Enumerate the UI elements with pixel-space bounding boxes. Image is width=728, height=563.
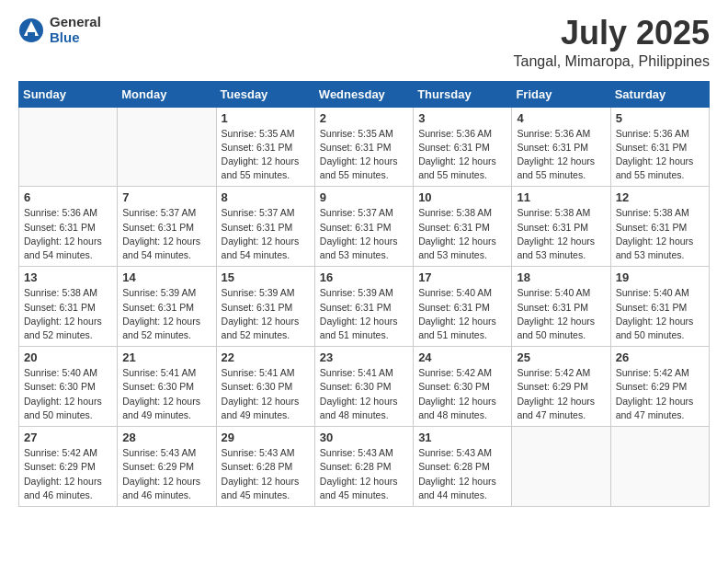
day-info: Sunrise: 5:40 AM Sunset: 6:31 PM Dayligh… — [517, 286, 605, 342]
day-info: Sunrise: 5:38 AM Sunset: 6:31 PM Dayligh… — [24, 286, 112, 342]
day-number: 22 — [222, 350, 310, 364]
calendar-header-monday: Monday — [118, 81, 216, 107]
day-info: Sunrise: 5:36 AM Sunset: 6:31 PM Dayligh… — [24, 206, 112, 262]
page-header: General Blue July 2025 Tangal, Mimaropa,… — [18, 15, 710, 70]
day-info: Sunrise: 5:36 AM Sunset: 6:31 PM Dayligh… — [418, 127, 506, 183]
calendar-cell: 13Sunrise: 5:38 AM Sunset: 6:31 PM Dayli… — [19, 267, 118, 347]
calendar-cell: 6Sunrise: 5:36 AM Sunset: 6:31 PM Daylig… — [19, 187, 118, 267]
day-number: 15 — [222, 270, 310, 284]
day-info: Sunrise: 5:42 AM Sunset: 6:29 PM Dayligh… — [517, 366, 605, 422]
calendar-cell — [118, 107, 216, 187]
calendar-cell: 3Sunrise: 5:36 AM Sunset: 6:31 PM Daylig… — [414, 107, 512, 187]
calendar-week-2: 6Sunrise: 5:36 AM Sunset: 6:31 PM Daylig… — [19, 187, 710, 267]
calendar-header-row: SundayMondayTuesdayWednesdayThursdayFrid… — [19, 81, 710, 107]
calendar-cell: 15Sunrise: 5:39 AM Sunset: 6:31 PM Dayli… — [216, 267, 314, 347]
day-info: Sunrise: 5:38 AM Sunset: 6:31 PM Dayligh… — [418, 206, 506, 262]
calendar-cell — [610, 427, 709, 507]
calendar-cell: 25Sunrise: 5:42 AM Sunset: 6:29 PM Dayli… — [512, 347, 610, 427]
day-info: Sunrise: 5:37 AM Sunset: 6:31 PM Dayligh… — [222, 206, 310, 262]
month-title: July 2025 — [514, 15, 710, 52]
day-number: 20 — [24, 350, 112, 364]
day-number: 24 — [418, 350, 506, 364]
day-number: 16 — [320, 270, 408, 284]
day-number: 17 — [418, 270, 506, 284]
day-number: 18 — [517, 270, 605, 284]
day-number: 28 — [122, 431, 210, 444]
calendar-cell — [19, 107, 118, 187]
calendar-cell: 4Sunrise: 5:36 AM Sunset: 6:31 PM Daylig… — [512, 107, 610, 187]
calendar-week-4: 20Sunrise: 5:40 AM Sunset: 6:30 PM Dayli… — [19, 347, 710, 427]
calendar-cell: 28Sunrise: 5:43 AM Sunset: 6:29 PM Dayli… — [118, 427, 216, 507]
calendar-cell: 9Sunrise: 5:37 AM Sunset: 6:31 PM Daylig… — [314, 187, 413, 267]
calendar-cell: 22Sunrise: 5:41 AM Sunset: 6:30 PM Dayli… — [216, 347, 314, 427]
day-info: Sunrise: 5:36 AM Sunset: 6:31 PM Dayligh… — [517, 127, 605, 183]
day-number: 1 — [222, 111, 310, 125]
day-info: Sunrise: 5:43 AM Sunset: 6:28 PM Dayligh… — [222, 446, 310, 502]
logo-icon — [18, 17, 44, 43]
day-info: Sunrise: 5:40 AM Sunset: 6:31 PM Dayligh… — [418, 286, 506, 342]
day-number: 3 — [418, 111, 506, 125]
calendar-cell: 16Sunrise: 5:39 AM Sunset: 6:31 PM Dayli… — [314, 267, 413, 347]
calendar-cell: 5Sunrise: 5:36 AM Sunset: 6:31 PM Daylig… — [610, 107, 709, 187]
day-number: 14 — [122, 270, 210, 284]
day-number: 12 — [616, 190, 704, 204]
day-info: Sunrise: 5:43 AM Sunset: 6:28 PM Dayligh… — [320, 446, 408, 502]
logo: General Blue — [18, 15, 101, 45]
calendar-cell: 20Sunrise: 5:40 AM Sunset: 6:30 PM Dayli… — [19, 347, 118, 427]
day-number: 4 — [517, 111, 605, 125]
day-info: Sunrise: 5:40 AM Sunset: 6:31 PM Dayligh… — [616, 286, 704, 342]
calendar-week-5: 27Sunrise: 5:42 AM Sunset: 6:29 PM Dayli… — [19, 427, 710, 507]
calendar-cell: 18Sunrise: 5:40 AM Sunset: 6:31 PM Dayli… — [512, 267, 610, 347]
day-info: Sunrise: 5:35 AM Sunset: 6:31 PM Dayligh… — [320, 127, 408, 183]
day-number: 25 — [517, 350, 605, 364]
day-number: 7 — [122, 190, 210, 204]
day-number: 31 — [418, 431, 506, 444]
svg-rect-2 — [28, 32, 35, 36]
day-number: 11 — [517, 190, 605, 204]
day-info: Sunrise: 5:42 AM Sunset: 6:29 PM Dayligh… — [24, 446, 112, 502]
day-number: 26 — [616, 350, 704, 364]
day-info: Sunrise: 5:42 AM Sunset: 6:29 PM Dayligh… — [616, 366, 704, 422]
day-number: 9 — [320, 190, 408, 204]
calendar-header-sunday: Sunday — [19, 81, 118, 107]
calendar-header-tuesday: Tuesday — [216, 81, 314, 107]
day-info: Sunrise: 5:37 AM Sunset: 6:31 PM Dayligh… — [320, 206, 408, 262]
calendar-cell: 26Sunrise: 5:42 AM Sunset: 6:29 PM Dayli… — [610, 347, 709, 427]
day-info: Sunrise: 5:39 AM Sunset: 6:31 PM Dayligh… — [320, 286, 408, 342]
calendar-cell: 2Sunrise: 5:35 AM Sunset: 6:31 PM Daylig… — [314, 107, 413, 187]
day-info: Sunrise: 5:38 AM Sunset: 6:31 PM Dayligh… — [616, 206, 704, 262]
calendar-cell: 23Sunrise: 5:41 AM Sunset: 6:30 PM Dayli… — [314, 347, 413, 427]
day-number: 23 — [320, 350, 408, 364]
calendar-cell: 29Sunrise: 5:43 AM Sunset: 6:28 PM Dayli… — [216, 427, 314, 507]
title-block: July 2025 Tangal, Mimaropa, Philippines — [514, 15, 710, 70]
logo-text: General Blue — [50, 15, 101, 45]
day-info: Sunrise: 5:39 AM Sunset: 6:31 PM Dayligh… — [222, 286, 310, 342]
day-number: 30 — [320, 431, 408, 444]
calendar-cell: 12Sunrise: 5:38 AM Sunset: 6:31 PM Dayli… — [610, 187, 709, 267]
calendar-cell: 21Sunrise: 5:41 AM Sunset: 6:30 PM Dayli… — [118, 347, 216, 427]
calendar-week-1: 1Sunrise: 5:35 AM Sunset: 6:31 PM Daylig… — [19, 107, 710, 187]
day-number: 19 — [616, 270, 704, 284]
calendar-cell: 1Sunrise: 5:35 AM Sunset: 6:31 PM Daylig… — [216, 107, 314, 187]
calendar-cell — [512, 427, 610, 507]
day-number: 29 — [222, 431, 310, 444]
calendar-header-wednesday: Wednesday — [314, 81, 413, 107]
day-info: Sunrise: 5:43 AM Sunset: 6:29 PM Dayligh… — [122, 446, 210, 502]
day-info: Sunrise: 5:41 AM Sunset: 6:30 PM Dayligh… — [222, 366, 310, 422]
day-number: 5 — [616, 111, 704, 125]
calendar-cell: 30Sunrise: 5:43 AM Sunset: 6:28 PM Dayli… — [314, 427, 413, 507]
calendar-header-saturday: Saturday — [610, 81, 709, 107]
calendar-cell: 14Sunrise: 5:39 AM Sunset: 6:31 PM Dayli… — [118, 267, 216, 347]
day-info: Sunrise: 5:42 AM Sunset: 6:30 PM Dayligh… — [418, 366, 506, 422]
calendar-header-friday: Friday — [512, 81, 610, 107]
calendar-week-3: 13Sunrise: 5:38 AM Sunset: 6:31 PM Dayli… — [19, 267, 710, 347]
day-info: Sunrise: 5:41 AM Sunset: 6:30 PM Dayligh… — [122, 366, 210, 422]
day-info: Sunrise: 5:40 AM Sunset: 6:30 PM Dayligh… — [24, 366, 112, 422]
calendar-cell: 24Sunrise: 5:42 AM Sunset: 6:30 PM Dayli… — [414, 347, 512, 427]
calendar-cell: 8Sunrise: 5:37 AM Sunset: 6:31 PM Daylig… — [216, 187, 314, 267]
day-info: Sunrise: 5:37 AM Sunset: 6:31 PM Dayligh… — [122, 206, 210, 262]
day-info: Sunrise: 5:38 AM Sunset: 6:31 PM Dayligh… — [517, 206, 605, 262]
day-info: Sunrise: 5:43 AM Sunset: 6:28 PM Dayligh… — [418, 446, 506, 502]
calendar-cell: 11Sunrise: 5:38 AM Sunset: 6:31 PM Dayli… — [512, 187, 610, 267]
day-info: Sunrise: 5:35 AM Sunset: 6:31 PM Dayligh… — [222, 127, 310, 183]
